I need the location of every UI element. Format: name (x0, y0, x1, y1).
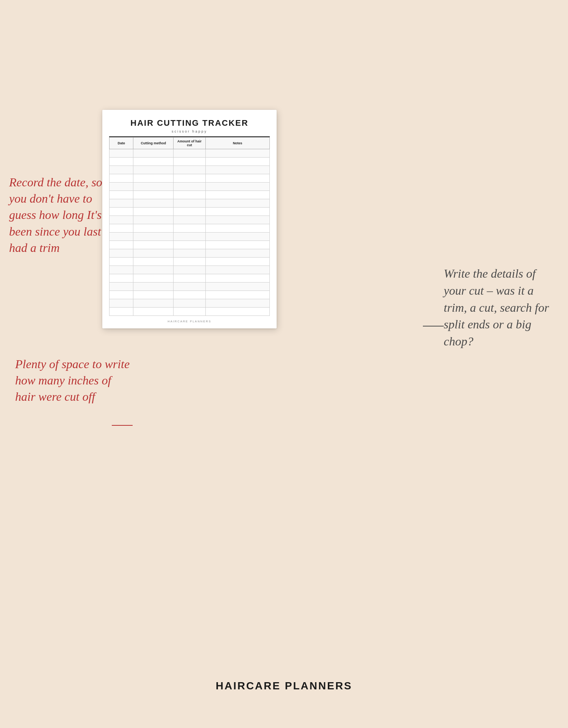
paper-footer: HAIRCARE PLANNERS (109, 320, 270, 323)
table-cell (174, 233, 206, 241)
table-cell (110, 266, 133, 274)
paper-subtitle: scissor happy (109, 130, 270, 133)
table-cell (205, 149, 269, 158)
table-cell (110, 241, 133, 249)
table-row (110, 283, 270, 291)
table-row (110, 249, 270, 258)
table-cell (133, 158, 174, 166)
col-header-notes: Notes (205, 137, 269, 149)
table-cell (205, 166, 269, 174)
table-cell (205, 224, 269, 233)
table-cell (205, 183, 269, 191)
table-cell (205, 266, 269, 274)
table-row (110, 166, 270, 174)
table-cell (205, 191, 269, 199)
table-cell (133, 166, 174, 174)
table-cell (205, 283, 269, 291)
table-cell (205, 233, 269, 241)
table-cell (110, 233, 133, 241)
dash-left-bottom-icon (112, 425, 133, 426)
annotation-right: Write the details of your cut – was it a… (444, 265, 557, 350)
col-header-method: Cutting method (133, 137, 174, 149)
table-cell (133, 191, 174, 199)
table-cell (174, 216, 206, 224)
table-cell (133, 283, 174, 291)
table-cell (110, 308, 133, 316)
table-cell (174, 208, 206, 216)
table-row (110, 299, 270, 308)
annotation-left-bottom: Plenty of space to write how many inches… (15, 356, 133, 405)
table-cell (174, 158, 206, 166)
table-cell (174, 283, 206, 291)
col-header-date: Date (110, 137, 133, 149)
table-cell (174, 224, 206, 233)
table-cell (133, 216, 174, 224)
table-row (110, 224, 270, 233)
table-cell (174, 191, 206, 199)
paper-title: HAIR CUTTING TRACKER (109, 118, 270, 128)
table-cell (205, 216, 269, 224)
table-cell (110, 299, 133, 308)
table-row (110, 308, 270, 316)
table-cell (133, 274, 174, 283)
table-cell (110, 199, 133, 208)
table-row (110, 174, 270, 183)
table-row (110, 258, 270, 266)
table-cell (133, 149, 174, 158)
table-cell (110, 224, 133, 233)
table-cell (133, 233, 174, 241)
table-row (110, 291, 270, 299)
table-cell (133, 249, 174, 258)
table-cell (133, 183, 174, 191)
table-cell (205, 249, 269, 258)
table-cell (174, 149, 206, 158)
table-cell (205, 258, 269, 266)
table-cell (174, 308, 206, 316)
table-cell (110, 258, 133, 266)
table-cell (110, 174, 133, 183)
table-cell (110, 216, 133, 224)
table-cell (205, 274, 269, 283)
table-row (110, 216, 270, 224)
table-row (110, 183, 270, 191)
annotation-left-top: Record the date, so you don't have to gu… (9, 174, 115, 256)
table-row (110, 149, 270, 158)
table-cell (133, 308, 174, 316)
table-cell (133, 266, 174, 274)
table-cell (110, 208, 133, 216)
table-cell (110, 291, 133, 299)
table-cell (133, 224, 174, 233)
table-cell (110, 149, 133, 158)
table-cell (133, 299, 174, 308)
table-row (110, 199, 270, 208)
annotation-right-text: Write the details of your cut – was it a… (444, 267, 549, 348)
table-cell (110, 283, 133, 291)
table-cell (174, 174, 206, 183)
annotation-left-bottom-text: Plenty of space to write how many inches… (15, 357, 130, 403)
table-cell (174, 258, 206, 266)
table-cell (133, 208, 174, 216)
table-cell (205, 158, 269, 166)
annotation-left-top-text: Record the date, so you don't have to gu… (9, 175, 102, 255)
table-cell (174, 274, 206, 283)
table-row (110, 233, 270, 241)
table-cell (110, 274, 133, 283)
table-cell (205, 174, 269, 183)
dash-right-icon (423, 326, 444, 327)
table-cell (174, 166, 206, 174)
table-cell (174, 199, 206, 208)
table-header-row: Date Cutting method Amount of hair cut N… (110, 137, 270, 149)
table-cell (133, 241, 174, 249)
table-cell (174, 291, 206, 299)
table-cell (205, 291, 269, 299)
bottom-brand: HAIRCARE PLANNERS (0, 680, 568, 692)
paper-document: HAIR CUTTING TRACKER scissor happy Date … (102, 110, 277, 328)
table-cell (110, 158, 133, 166)
table-row (110, 274, 270, 283)
table-row (110, 158, 270, 166)
table-cell (133, 174, 174, 183)
table-cell (133, 291, 174, 299)
table-cell (110, 183, 133, 191)
table-cell (205, 308, 269, 316)
table-row (110, 266, 270, 274)
